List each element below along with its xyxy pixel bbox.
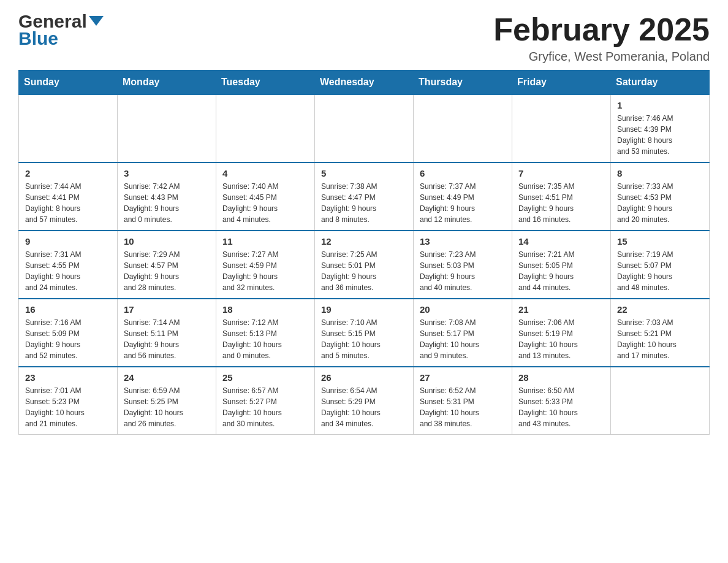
day-info: Sunrise: 7:31 AMSunset: 4:55 PMDaylight:… [25,249,111,293]
calendar-cell [611,367,710,435]
day-number: 26 [321,372,407,383]
calendar-cell: 20Sunrise: 7:08 AMSunset: 5:17 PMDayligh… [414,299,512,367]
calendar-body: 1Sunrise: 7:46 AMSunset: 4:39 PMDaylight… [19,94,710,435]
calendar-week-row: 2Sunrise: 7:44 AMSunset: 4:41 PMDaylight… [19,163,710,231]
calendar-cell: 3Sunrise: 7:42 AMSunset: 4:43 PMDaylight… [118,163,216,231]
day-info: Sunrise: 7:35 AMSunset: 4:51 PMDaylight:… [518,181,604,225]
day-number: 12 [321,236,407,247]
day-number: 5 [321,168,407,178]
day-number: 19 [321,304,407,315]
calendar-cell: 23Sunrise: 7:01 AMSunset: 5:23 PMDayligh… [19,367,118,435]
day-number: 14 [518,236,604,247]
day-number: 13 [420,236,506,247]
day-info: Sunrise: 7:44 AMSunset: 4:41 PMDaylight:… [25,181,111,225]
day-number: 25 [222,372,308,383]
day-number: 18 [222,304,308,315]
day-info: Sunrise: 7:25 AMSunset: 5:01 PMDaylight:… [321,249,407,293]
day-info: Sunrise: 7:21 AMSunset: 5:05 PMDaylight:… [518,249,604,293]
calendar-cell: 25Sunrise: 6:57 AMSunset: 5:27 PMDayligh… [216,367,315,435]
calendar-cell: 21Sunrise: 7:06 AMSunset: 5:19 PMDayligh… [512,299,611,367]
day-number: 4 [222,168,308,178]
logo-arrow-icon [89,16,104,26]
calendar-cell: 9Sunrise: 7:31 AMSunset: 4:55 PMDaylight… [19,231,118,299]
calendar-cell: 2Sunrise: 7:44 AMSunset: 4:41 PMDaylight… [19,163,118,231]
day-number: 20 [420,304,506,315]
calendar-cell: 28Sunrise: 6:50 AMSunset: 5:33 PMDayligh… [512,367,611,435]
day-info: Sunrise: 7:01 AMSunset: 5:23 PMDaylight:… [25,385,111,429]
weekday-header-wednesday: Wednesday [315,71,414,95]
logo-blue-text: Blue [18,29,104,48]
weekday-header-sunday: Sunday [19,71,118,95]
calendar-week-row: 9Sunrise: 7:31 AMSunset: 4:55 PMDaylight… [19,231,710,299]
calendar-cell: 24Sunrise: 6:59 AMSunset: 5:25 PMDayligh… [118,367,216,435]
page-header: General Blue February 2025 Gryfice, West… [18,12,710,64]
calendar-cell: 15Sunrise: 7:19 AMSunset: 5:07 PMDayligh… [611,231,710,299]
day-number: 21 [518,304,604,315]
calendar-cell: 5Sunrise: 7:38 AMSunset: 4:47 PMDaylight… [315,163,414,231]
day-info: Sunrise: 7:12 AMSunset: 5:13 PMDaylight:… [222,317,308,361]
logo: General Blue [18,12,104,48]
calendar-cell: 13Sunrise: 7:23 AMSunset: 5:03 PMDayligh… [414,231,512,299]
calendar-cell [216,94,315,163]
calendar-cell: 14Sunrise: 7:21 AMSunset: 5:05 PMDayligh… [512,231,611,299]
calendar-cell: 22Sunrise: 7:03 AMSunset: 5:21 PMDayligh… [611,299,710,367]
day-info: Sunrise: 7:46 AMSunset: 4:39 PMDaylight:… [617,113,703,157]
calendar-cell [19,94,118,163]
day-number: 9 [25,236,111,247]
day-info: Sunrise: 7:19 AMSunset: 5:07 PMDaylight:… [617,249,703,293]
day-number: 11 [222,236,308,247]
day-number: 3 [124,168,210,178]
calendar-cell: 16Sunrise: 7:16 AMSunset: 5:09 PMDayligh… [19,299,118,367]
day-info: Sunrise: 6:57 AMSunset: 5:27 PMDaylight:… [222,385,308,429]
title-block: February 2025 Gryfice, West Pomerania, P… [493,12,710,64]
day-info: Sunrise: 7:06 AMSunset: 5:19 PMDaylight:… [518,317,604,361]
day-number: 24 [124,372,210,383]
day-number: 2 [25,168,111,178]
day-info: Sunrise: 7:08 AMSunset: 5:17 PMDaylight:… [420,317,506,361]
day-number: 15 [617,236,703,247]
calendar-cell: 27Sunrise: 6:52 AMSunset: 5:31 PMDayligh… [414,367,512,435]
calendar-cell: 1Sunrise: 7:46 AMSunset: 4:39 PMDaylight… [611,94,710,163]
calendar-cell: 18Sunrise: 7:12 AMSunset: 5:13 PMDayligh… [216,299,315,367]
calendar-cell [512,94,611,163]
day-info: Sunrise: 6:59 AMSunset: 5:25 PMDaylight:… [124,385,210,429]
calendar-header: SundayMondayTuesdayWednesdayThursdayFrid… [19,71,710,95]
calendar-week-row: 16Sunrise: 7:16 AMSunset: 5:09 PMDayligh… [19,299,710,367]
day-info: Sunrise: 6:50 AMSunset: 5:33 PMDaylight:… [518,385,604,429]
weekday-header-monday: Monday [118,71,216,95]
calendar-cell [315,94,414,163]
calendar-cell: 17Sunrise: 7:14 AMSunset: 5:11 PMDayligh… [118,299,216,367]
calendar-week-row: 23Sunrise: 7:01 AMSunset: 5:23 PMDayligh… [19,367,710,435]
calendar-cell: 7Sunrise: 7:35 AMSunset: 4:51 PMDaylight… [512,163,611,231]
day-info: Sunrise: 7:29 AMSunset: 4:57 PMDaylight:… [124,249,210,293]
calendar-title: February 2025 [493,12,710,47]
day-number: 23 [25,372,111,383]
day-number: 17 [124,304,210,315]
day-info: Sunrise: 7:38 AMSunset: 4:47 PMDaylight:… [321,181,407,225]
weekday-header-thursday: Thursday [414,71,512,95]
day-number: 7 [518,168,604,178]
day-info: Sunrise: 7:23 AMSunset: 5:03 PMDaylight:… [420,249,506,293]
calendar-cell [414,94,512,163]
day-number: 16 [25,304,111,315]
calendar-cell [118,94,216,163]
calendar-subtitle: Gryfice, West Pomerania, Poland [493,50,710,64]
day-info: Sunrise: 6:54 AMSunset: 5:29 PMDaylight:… [321,385,407,429]
day-number: 22 [617,304,703,315]
day-info: Sunrise: 7:14 AMSunset: 5:11 PMDaylight:… [124,317,210,361]
weekday-header-tuesday: Tuesday [216,71,315,95]
day-info: Sunrise: 7:33 AMSunset: 4:53 PMDaylight:… [617,181,703,225]
calendar-table: SundayMondayTuesdayWednesdayThursdayFrid… [18,70,710,435]
calendar-cell: 4Sunrise: 7:40 AMSunset: 4:45 PMDaylight… [216,163,315,231]
day-info: Sunrise: 7:10 AMSunset: 5:15 PMDaylight:… [321,317,407,361]
day-info: Sunrise: 7:27 AMSunset: 4:59 PMDaylight:… [222,249,308,293]
day-info: Sunrise: 7:37 AMSunset: 4:49 PMDaylight:… [420,181,506,225]
day-info: Sunrise: 7:16 AMSunset: 5:09 PMDaylight:… [25,317,111,361]
day-info: Sunrise: 7:03 AMSunset: 5:21 PMDaylight:… [617,317,703,361]
day-info: Sunrise: 7:42 AMSunset: 4:43 PMDaylight:… [124,181,210,225]
calendar-cell: 11Sunrise: 7:27 AMSunset: 4:59 PMDayligh… [216,231,315,299]
day-number: 28 [518,372,604,383]
weekday-header-row: SundayMondayTuesdayWednesdayThursdayFrid… [19,71,710,95]
calendar-cell: 10Sunrise: 7:29 AMSunset: 4:57 PMDayligh… [118,231,216,299]
weekday-header-friday: Friday [512,71,611,95]
